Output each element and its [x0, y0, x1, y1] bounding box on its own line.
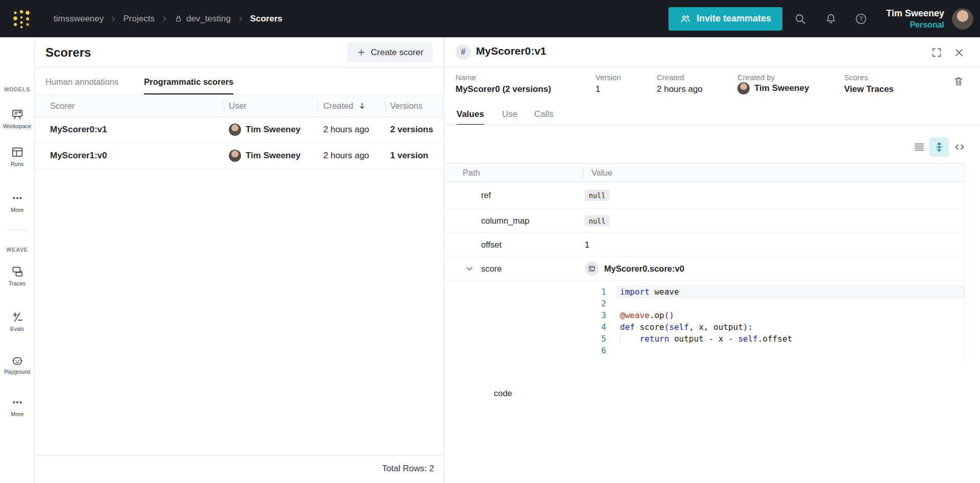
path-cell-code: code — [494, 389, 512, 398]
list-view-icon[interactable] — [913, 141, 925, 153]
wandb-logo-icon[interactable] — [11, 8, 32, 30]
create-scorer-button[interactable]: Create scorer — [347, 42, 433, 62]
sidebar-item-playground[interactable]: Playground — [0, 354, 34, 375]
column-header-versions[interactable]: Versions — [390, 101, 422, 111]
expand-rows-icon[interactable] — [929, 137, 949, 157]
sidebar-item-more-models[interactable]: More — [0, 191, 34, 213]
versions-cell: 2 versions — [390, 125, 433, 135]
tab-human-annotations[interactable]: Human annotations — [45, 77, 118, 94]
code-view-icon[interactable] — [953, 141, 966, 153]
sort-desc-icon — [357, 101, 367, 110]
scorers-tabs: Human annotations Programmatic scorers — [35, 67, 444, 95]
created-cell: 2 hours ago — [323, 125, 369, 135]
tab-calls[interactable]: Calls — [534, 109, 554, 124]
avatar — [229, 124, 241, 136]
breadcrumb-entity[interactable]: timssweeney — [54, 14, 104, 24]
help-icon[interactable]: ? — [854, 12, 868, 26]
detail-title: MyScorer0:v1 — [476, 45, 546, 57]
lock-icon — [174, 14, 183, 23]
meta-label-created: Created — [657, 73, 684, 82]
detail-header: # MyScorer0:v1 — [445, 37, 980, 67]
user-cell: Tim Sweeney — [229, 150, 300, 162]
column-header-scorer[interactable]: Scorer — [50, 101, 75, 111]
tab-use[interactable]: Use — [502, 109, 517, 124]
breadcrumb: timssweeney Projects dev_testing Scorers — [54, 14, 282, 24]
more-icon — [11, 191, 24, 205]
total-rows-label: Total Rows: 2 — [382, 464, 434, 474]
meta-value-version: 1 — [595, 84, 600, 94]
fullscreen-icon[interactable] — [931, 47, 942, 58]
playground-icon — [11, 354, 24, 367]
scorer-link[interactable]: MyScorer1:v0 — [50, 151, 107, 161]
sidebar-section-weave: WEAVE — [0, 247, 34, 253]
breadcrumb-project[interactable]: dev_testing — [174, 14, 231, 24]
runs-icon — [11, 146, 24, 159]
avatar — [229, 150, 241, 162]
scorer-detail-panel: # MyScorer0:v1 Name Version Created Crea… — [445, 37, 980, 483]
op-icon — [585, 261, 599, 276]
search-icon[interactable] — [794, 12, 807, 26]
meta-value-created-by: Tim Sweeney — [737, 82, 809, 94]
value-row-column-map: column_map null — [445, 209, 964, 233]
sidebar-item-workspace[interactable]: Workspace — [0, 108, 34, 129]
breadcrumb-separator-icon — [237, 16, 244, 22]
traces-icon — [11, 265, 24, 278]
plus-icon — [356, 47, 366, 57]
column-separator — [385, 100, 386, 112]
column-header-created[interactable]: Created — [323, 101, 367, 111]
table-footer: Total Rows: 2 — [35, 455, 444, 483]
meta-value-name: MyScorer0 (2 versions) — [456, 84, 551, 94]
workspace-icon — [11, 108, 24, 121]
values-table-header: Path Value — [445, 163, 964, 182]
grid-right-border — [964, 163, 965, 363]
user-cell: Tim Sweeney — [229, 124, 300, 136]
user-menu[interactable]: Tim Sweeney Personal — [877, 7, 944, 30]
column-separator — [318, 100, 318, 112]
close-icon[interactable] — [953, 47, 965, 58]
value-row-ref: ref null — [445, 182, 964, 209]
value-cell: null — [585, 216, 610, 226]
avatar — [737, 82, 750, 94]
scorers-panel: Scorers Create scorer Human annotations … — [35, 37, 444, 483]
path-cell: offset — [481, 240, 501, 250]
column-header-user[interactable]: User — [229, 101, 247, 111]
breadcrumb-projects[interactable]: Projects — [123, 14, 154, 24]
view-traces-link[interactable]: View Traces — [844, 84, 894, 94]
sidebar-item-runs[interactable]: Runs — [0, 146, 34, 167]
chevron-down-icon[interactable] — [464, 263, 474, 274]
user-name: Tim Sweeney — [877, 7, 944, 19]
page-title: Scorers — [45, 45, 91, 60]
scorers-table-header: Scorer User Created Versions — [35, 95, 444, 117]
column-header-value[interactable]: Value — [591, 168, 612, 178]
versions-cell: 1 version — [390, 151, 428, 161]
column-separator — [224, 100, 224, 112]
sidebar-divider — [7, 230, 28, 230]
breadcrumb-separator-icon — [110, 16, 116, 22]
value-cell: null — [585, 190, 610, 200]
table-row-scorer-1[interactable]: MyScorer1:v0 Tim Sweeney 2 hours ago 1 v… — [35, 143, 444, 169]
sidebar-item-traces[interactable]: Traces — [0, 265, 34, 286]
breadcrumb-separator-icon — [161, 16, 168, 22]
tab-values[interactable]: Values — [457, 109, 484, 125]
meta-label-scores: Scores — [844, 73, 868, 82]
meta-label-name: Name — [456, 73, 476, 82]
code-editor[interactable]: 1import weave23@weave.op()4def score(sel… — [587, 286, 964, 356]
created-cell: 2 hours ago — [323, 151, 369, 161]
sidebar-item-evals[interactable]: Evals — [0, 310, 34, 332]
op-ref-link[interactable]: MyScorer0.score:v0 — [585, 261, 684, 276]
tab-programmatic-scorers[interactable]: Programmatic scorers — [144, 77, 233, 94]
invite-teammates-button[interactable]: Invite teammates — [668, 7, 782, 31]
trash-icon[interactable] — [953, 76, 964, 87]
avatar[interactable] — [952, 8, 973, 30]
scorer-link[interactable]: MyScorer0:v1 — [50, 125, 107, 135]
notifications-bell-icon[interactable] — [824, 12, 838, 26]
hash-icon: # — [456, 44, 471, 60]
breadcrumb-current-page: Scorers — [250, 14, 282, 24]
left-sidebar: MODELS Workspace Runs More WEAVE T — [0, 37, 35, 483]
table-row-scorer-0[interactable]: MyScorer0:v1 Tim Sweeney 2 hours ago 2 v… — [35, 117, 444, 143]
column-header-path[interactable]: Path — [463, 168, 480, 178]
sidebar-item-more-weave[interactable]: More — [0, 396, 34, 417]
top-navbar: timssweeney Projects dev_testing Scorers… — [0, 0, 980, 37]
app-root: timssweeney Projects dev_testing Scorers… — [0, 0, 980, 483]
sidebar-section-models: MODELS — [0, 86, 34, 92]
